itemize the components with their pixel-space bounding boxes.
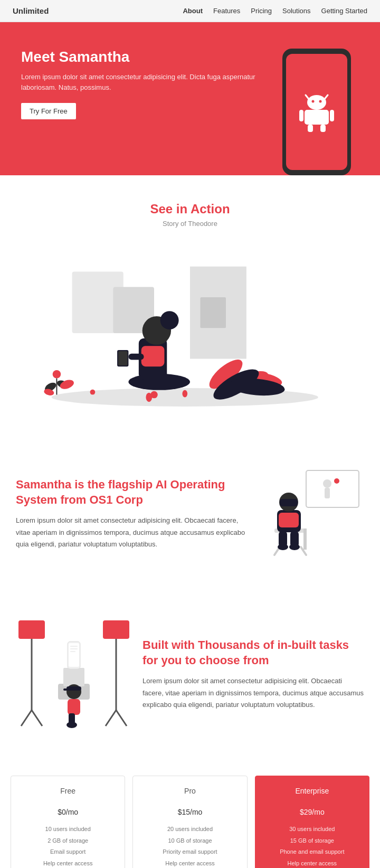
svg-rect-67 bbox=[70, 648, 78, 649]
feature2-illustration bbox=[16, 610, 132, 739]
nav-pricing[interactable]: Pricing bbox=[251, 7, 272, 15]
svg-point-15 bbox=[53, 370, 61, 379]
feature2-text: Built with Thousands of in-built tasks f… bbox=[142, 638, 364, 710]
svg-rect-71 bbox=[63, 688, 68, 691]
feature1-illustration bbox=[259, 460, 364, 568]
pro-plan-price: $15/mo bbox=[140, 801, 239, 818]
svg-rect-70 bbox=[66, 686, 81, 691]
pricing-section: Free $0/mo 10 users included 2 GB of sto… bbox=[0, 760, 380, 868]
nav-getting-started[interactable]: Getting Started bbox=[321, 7, 367, 15]
svg-rect-43 bbox=[303, 529, 307, 550]
pro-feature-2: Priority email support bbox=[140, 847, 239, 857]
feature2-section: Built with Thousands of in-built tasks f… bbox=[0, 589, 380, 760]
svg-point-41 bbox=[334, 478, 339, 484]
pro-feature-0: 20 users included bbox=[140, 825, 239, 834]
see-action-title: See in Action bbox=[11, 202, 369, 216]
free-plan-name: Free bbox=[18, 787, 117, 795]
phone-screen bbox=[286, 54, 347, 170]
feature1-title: Samantha is the flagship AI Operating Sy… bbox=[16, 477, 248, 507]
enterprise-feature-2: Phone and email support bbox=[263, 847, 362, 857]
enterprise-plan-price: $29/mo bbox=[263, 801, 362, 818]
pro-feature-1: 10 GB of storage bbox=[140, 836, 239, 846]
hero-title: Meet Samantha bbox=[21, 49, 274, 65]
svg-point-39 bbox=[323, 479, 331, 488]
svg-rect-40 bbox=[325, 488, 330, 498]
phone-device bbox=[282, 49, 351, 175]
svg-point-21 bbox=[90, 390, 96, 395]
enterprise-feature-1: 15 GB of storage bbox=[263, 836, 362, 846]
svg-rect-57 bbox=[18, 620, 45, 639]
svg-rect-7 bbox=[330, 110, 334, 121]
hero-section: Meet Samantha Lorem ipsum dolor sit amet… bbox=[0, 22, 380, 175]
feature1-description: Lorem ipsum dolor sit amet consectetur a… bbox=[16, 515, 248, 550]
feature1-section: Samantha is the flagship AI Operating Sy… bbox=[0, 439, 380, 589]
svg-rect-38 bbox=[306, 470, 359, 507]
svg-point-4 bbox=[319, 100, 322, 103]
svg-line-56 bbox=[32, 710, 42, 726]
svg-line-59 bbox=[106, 710, 116, 726]
svg-point-3 bbox=[312, 100, 315, 103]
pro-plan-name: Pro bbox=[140, 787, 239, 795]
nav-solutions[interactable]: Solutions bbox=[282, 7, 310, 15]
hero-text-block: Meet Samantha Lorem ipsum dolor sit amet… bbox=[21, 43, 274, 119]
svg-rect-61 bbox=[103, 620, 129, 639]
svg-point-37 bbox=[182, 390, 187, 398]
svg-line-60 bbox=[116, 710, 127, 726]
android-icon bbox=[298, 91, 335, 133]
hero-cta-button[interactable]: Try For Free bbox=[21, 103, 76, 119]
svg-rect-72 bbox=[68, 699, 80, 715]
free-feature-0: 10 users included bbox=[18, 825, 117, 834]
enterprise-plan-name: Enterprise bbox=[263, 787, 362, 795]
free-feature-2: Email support bbox=[18, 847, 117, 857]
svg-point-74 bbox=[66, 722, 77, 728]
feature1-text: Samantha is the flagship AI Operating Sy… bbox=[16, 477, 248, 550]
pricing-enterprise-card: Enterprise $29/mo 30 users included 15 G… bbox=[255, 776, 369, 868]
feature2-title: Built with Thousands of in-built tasks f… bbox=[142, 638, 364, 668]
brand-logo: Unlimited bbox=[13, 6, 49, 15]
svg-rect-8 bbox=[308, 125, 313, 132]
woman-illustration bbox=[11, 243, 369, 423]
svg-point-27 bbox=[160, 311, 179, 329]
free-plan-price: $0/mo bbox=[18, 801, 117, 818]
svg-rect-5 bbox=[305, 110, 329, 125]
nav-about[interactable]: About bbox=[183, 7, 203, 15]
svg-rect-9 bbox=[320, 125, 326, 132]
svg-point-19 bbox=[59, 378, 75, 391]
svg-point-53 bbox=[289, 544, 300, 550]
svg-line-55 bbox=[21, 710, 32, 726]
svg-rect-49 bbox=[280, 499, 298, 506]
nav-features[interactable]: Features bbox=[213, 7, 240, 15]
pricing-free-card: Free $0/mo 10 users included 2 GB of sto… bbox=[11, 776, 125, 868]
see-action-section: See in Action Story of Theodore bbox=[0, 175, 380, 439]
svg-rect-63 bbox=[63, 668, 84, 686]
hero-phone-mockup bbox=[274, 38, 359, 175]
svg-rect-25 bbox=[141, 346, 165, 366]
free-feature-1: 2 GB of storage bbox=[18, 836, 117, 846]
hero-description: Lorem ipsum dolor sit amet consectetur a… bbox=[21, 72, 274, 92]
pricing-pro-card: Pro $15/mo 20 users included 10 GB of st… bbox=[132, 776, 247, 868]
svg-rect-6 bbox=[299, 110, 303, 121]
svg-rect-47 bbox=[279, 513, 299, 527]
pro-feature-3: Help center access bbox=[140, 859, 239, 868]
svg-rect-66 bbox=[70, 646, 78, 647]
svg-point-2 bbox=[307, 95, 326, 110]
enterprise-feature-0: 30 users included bbox=[263, 825, 362, 834]
feature2-description: Lorem ipsum dolor sit amet consectetur a… bbox=[142, 675, 364, 710]
navbar: Unlimited About Features Pricing Solutio… bbox=[0, 0, 380, 22]
svg-rect-13 bbox=[200, 297, 226, 328]
enterprise-feature-3: Help center access bbox=[263, 859, 362, 868]
svg-rect-68 bbox=[70, 651, 75, 652]
studio-illustration-svg bbox=[16, 610, 132, 737]
nav-links: About Features Pricing Solutions Getting… bbox=[183, 7, 367, 15]
vr-illustration-svg bbox=[259, 460, 364, 565]
svg-point-36 bbox=[146, 393, 152, 402]
see-action-subtitle: Story of Theodore bbox=[11, 220, 369, 228]
free-feature-3: Help center access bbox=[18, 859, 117, 868]
svg-rect-28 bbox=[128, 354, 144, 360]
woman-sitting-svg bbox=[11, 254, 369, 412]
svg-rect-30 bbox=[118, 351, 127, 365]
svg-point-52 bbox=[278, 544, 288, 550]
